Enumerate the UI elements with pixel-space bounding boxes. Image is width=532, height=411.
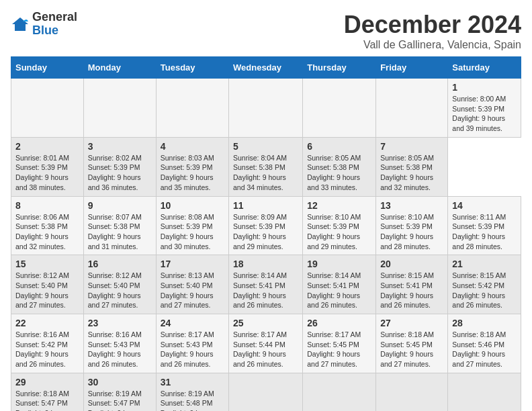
day-info: Sunrise: 8:01 AMSunset: 5:39 PMDaylight:… [15, 153, 79, 193]
calendar-week-row: 22 Sunrise: 8:16 AMSunset: 5:42 PMDaylig… [11, 314, 521, 373]
empty-cell [376, 373, 448, 411]
day-number: 21 [452, 259, 517, 269]
day-number: 13 [380, 200, 443, 211]
calendar-day-cell: 25 Sunrise: 8:17 AMSunset: 5:44 PMDaylig… [229, 314, 303, 373]
header-monday: Monday [83, 57, 156, 79]
calendar-week-row: 15 Sunrise: 8:12 AMSunset: 5:40 PMDaylig… [11, 255, 521, 314]
day-number: 20 [380, 259, 443, 269]
header-sunday: Sunday [11, 57, 84, 79]
empty-cell [303, 373, 376, 411]
calendar-day-cell: 8 Sunrise: 8:06 AMSunset: 5:38 PMDayligh… [11, 196, 84, 255]
calendar-table: SundayMondayTuesdayWednesdayThursdayFrid… [11, 56, 521, 411]
calendar-day-cell: 5 Sunrise: 8:04 AMSunset: 5:38 PMDayligh… [229, 137, 303, 196]
day-number: 14 [452, 200, 517, 211]
header: General Blue December 2024 Vall de Galli… [11, 11, 521, 51]
day-info: Sunrise: 8:09 AMSunset: 5:39 PMDaylight:… [233, 212, 298, 252]
calendar-day-cell: 14 Sunrise: 8:11 AMSunset: 5:39 PMDaylig… [448, 196, 521, 255]
calendar-day-cell: 29 Sunrise: 8:18 AMSunset: 5:47 PMDaylig… [11, 373, 84, 411]
day-number: 18 [233, 259, 298, 269]
day-number: 4 [161, 141, 224, 152]
calendar-day-cell: 17 Sunrise: 8:13 AMSunset: 5:40 PMDaylig… [156, 255, 228, 314]
calendar-day-cell: 7 Sunrise: 8:05 AMSunset: 5:38 PMDayligh… [376, 137, 448, 196]
day-info: Sunrise: 8:19 AMSunset: 5:47 PMDaylight:… [88, 389, 152, 411]
day-info: Sunrise: 8:18 AMSunset: 5:45 PMDaylight:… [380, 330, 443, 369]
day-info: Sunrise: 8:10 AMSunset: 5:39 PMDaylight:… [380, 212, 443, 252]
day-number: 26 [307, 318, 371, 328]
calendar-day-cell: 24 Sunrise: 8:17 AMSunset: 5:43 PMDaylig… [156, 314, 228, 373]
empty-cell [83, 79, 156, 138]
calendar-day-cell: 18 Sunrise: 8:14 AMSunset: 5:41 PMDaylig… [229, 255, 303, 314]
day-number: 31 [161, 377, 224, 387]
day-info: Sunrise: 8:19 AMSunset: 5:48 PMDaylight:… [161, 389, 224, 411]
calendar-week-row: 8 Sunrise: 8:06 AMSunset: 5:38 PMDayligh… [11, 196, 521, 255]
day-info: Sunrise: 8:05 AMSunset: 5:38 PMDaylight:… [380, 153, 443, 193]
calendar-day-cell: 21 Sunrise: 8:15 AMSunset: 5:42 PMDaylig… [448, 255, 521, 314]
header-friday: Friday [376, 57, 448, 79]
day-info: Sunrise: 8:14 AMSunset: 5:41 PMDaylight:… [233, 271, 298, 310]
day-info: Sunrise: 8:18 AMSunset: 5:47 PMDaylight:… [15, 389, 79, 411]
calendar-day-cell: 20 Sunrise: 8:15 AMSunset: 5:41 PMDaylig… [376, 255, 448, 314]
day-number: 11 [233, 200, 298, 211]
calendar-day-cell: 19 Sunrise: 8:14 AMSunset: 5:41 PMDaylig… [303, 255, 376, 314]
calendar-week-row: 29 Sunrise: 8:18 AMSunset: 5:47 PMDaylig… [11, 373, 521, 411]
calendar-day-cell: 1 Sunrise: 8:00 AMSunset: 5:39 PMDayligh… [448, 79, 521, 138]
logo: General Blue [11, 11, 77, 38]
calendar-day-cell: 27 Sunrise: 8:18 AMSunset: 5:45 PMDaylig… [376, 314, 448, 373]
calendar-day-cell: 9 Sunrise: 8:07 AMSunset: 5:38 PMDayligh… [83, 196, 156, 255]
day-number: 9 [88, 200, 152, 211]
calendar-day-cell: 12 Sunrise: 8:10 AMSunset: 5:39 PMDaylig… [303, 196, 376, 255]
day-info: Sunrise: 8:17 AMSunset: 5:45 PMDaylight:… [307, 330, 371, 369]
empty-cell [376, 79, 448, 138]
calendar-day-cell: 26 Sunrise: 8:17 AMSunset: 5:45 PMDaylig… [303, 314, 376, 373]
day-info: Sunrise: 8:17 AMSunset: 5:43 PMDaylight:… [161, 330, 224, 369]
day-number: 25 [233, 318, 298, 328]
day-info: Sunrise: 8:13 AMSunset: 5:40 PMDaylight:… [161, 271, 224, 310]
day-info: Sunrise: 8:15 AMSunset: 5:41 PMDaylight:… [380, 271, 443, 310]
day-number: 8 [15, 200, 79, 211]
day-info: Sunrise: 8:15 AMSunset: 5:42 PMDaylight:… [452, 271, 517, 310]
day-info: Sunrise: 8:08 AMSunset: 5:39 PMDaylight:… [161, 212, 224, 252]
logo-blue-text: Blue [32, 24, 77, 38]
empty-cell [229, 373, 303, 411]
calendar-day-cell: 6 Sunrise: 8:05 AMSunset: 5:38 PMDayligh… [303, 137, 376, 196]
day-number: 15 [15, 259, 79, 269]
empty-cell [448, 373, 521, 411]
day-number: 30 [88, 377, 152, 387]
logo-icon [11, 15, 30, 34]
calendar-day-cell: 31 Sunrise: 8:19 AMSunset: 5:48 PMDaylig… [156, 373, 228, 411]
location-subtitle: Vall de Gallinera, Valencia, Spain [344, 39, 521, 51]
calendar-day-cell: 22 Sunrise: 8:16 AMSunset: 5:42 PMDaylig… [11, 314, 84, 373]
day-number: 6 [307, 141, 371, 152]
day-info: Sunrise: 8:14 AMSunset: 5:41 PMDaylight:… [307, 271, 371, 310]
day-info: Sunrise: 8:18 AMSunset: 5:46 PMDaylight:… [452, 330, 517, 369]
day-info: Sunrise: 8:16 AMSunset: 5:43 PMDaylight:… [88, 330, 152, 369]
day-info: Sunrise: 8:05 AMSunset: 5:38 PMDaylight:… [307, 153, 371, 193]
calendar-day-cell: 11 Sunrise: 8:09 AMSunset: 5:39 PMDaylig… [229, 196, 303, 255]
calendar-day-cell: 16 Sunrise: 8:12 AMSunset: 5:40 PMDaylig… [83, 255, 156, 314]
day-number: 27 [380, 318, 443, 328]
day-info: Sunrise: 8:16 AMSunset: 5:42 PMDaylight:… [15, 330, 79, 369]
day-number: 16 [88, 259, 152, 269]
calendar-day-cell: 3 Sunrise: 8:02 AMSunset: 5:39 PMDayligh… [83, 137, 156, 196]
calendar-day-cell: 4 Sunrise: 8:03 AMSunset: 5:39 PMDayligh… [156, 137, 228, 196]
empty-cell [156, 79, 228, 138]
day-number: 10 [161, 200, 224, 211]
header-tuesday: Tuesday [156, 57, 228, 79]
calendar-week-row: 2 Sunrise: 8:01 AMSunset: 5:39 PMDayligh… [11, 137, 521, 196]
logo-general-text: General [32, 11, 77, 24]
day-number: 12 [307, 200, 371, 211]
day-info: Sunrise: 8:12 AMSunset: 5:40 PMDaylight:… [15, 271, 79, 310]
day-info: Sunrise: 8:17 AMSunset: 5:44 PMDaylight:… [233, 330, 298, 369]
day-number: 2 [15, 141, 79, 152]
calendar-day-cell: 28 Sunrise: 8:18 AMSunset: 5:46 PMDaylig… [448, 314, 521, 373]
day-number: 3 [88, 141, 152, 152]
day-number: 23 [88, 318, 152, 328]
day-info: Sunrise: 8:03 AMSunset: 5:39 PMDaylight:… [161, 153, 224, 193]
calendar-day-cell: 23 Sunrise: 8:16 AMSunset: 5:43 PMDaylig… [83, 314, 156, 373]
day-info: Sunrise: 8:04 AMSunset: 5:38 PMDaylight:… [233, 153, 298, 193]
month-title: December 2024 [344, 11, 521, 39]
logo-text: General Blue [32, 11, 77, 38]
empty-cell [11, 79, 84, 138]
calendar-day-cell: 30 Sunrise: 8:19 AMSunset: 5:47 PMDaylig… [83, 373, 156, 411]
calendar-day-cell: 2 Sunrise: 8:01 AMSunset: 5:39 PMDayligh… [11, 137, 84, 196]
